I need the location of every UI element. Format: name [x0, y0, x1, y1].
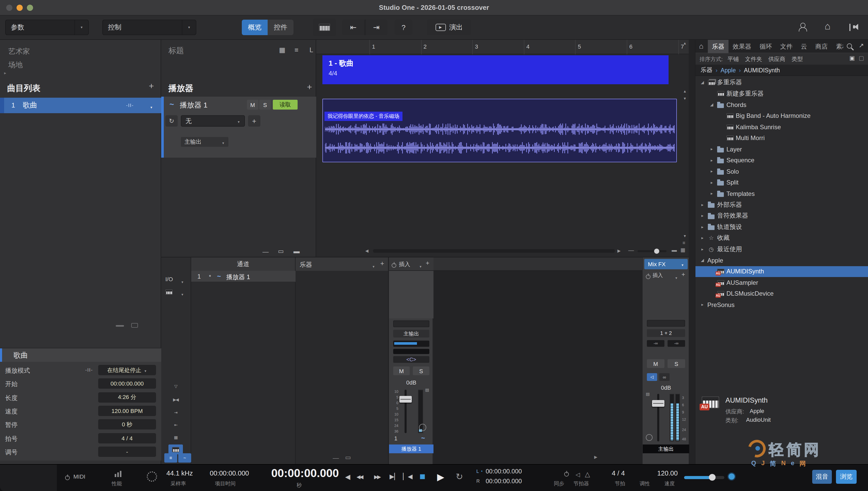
output-selector[interactable]: 主输出: [393, 330, 429, 338]
breadcrumb-item[interactable]: 乐器: [700, 66, 713, 74]
wave-view-tab[interactable]: ~: [178, 453, 191, 463]
scroll-right-icon[interactable]: ▶: [618, 249, 621, 253]
loop-start-time[interactable]: 00:00:00.000: [486, 468, 522, 475]
title-placeholder[interactable]: 标题: [169, 46, 184, 56]
keyboard-panel-button[interactable]: [313, 19, 336, 36]
expand-icon[interactable]: ▸: [698, 302, 706, 307]
mute-button[interactable]: M: [647, 359, 664, 368]
browser-tab[interactable]: 效果器: [728, 40, 755, 53]
scroll-up-icon[interactable]: ▲: [683, 41, 687, 45]
panel-resize-handle[interactable]: [131, 323, 138, 328]
meter-options-icon[interactable]: ▤: [646, 392, 650, 397]
expand-icon[interactable]: ▸: [698, 225, 706, 229]
expand-icon[interactable]: ▸: [708, 158, 716, 163]
jump-to-end-button[interactable]: ⇥: [365, 20, 388, 35]
tab-overview[interactable]: 概览: [242, 20, 268, 35]
meter-value[interactable]: 4 / 4: [612, 469, 625, 477]
tab-controls[interactable]: 控件: [268, 20, 294, 35]
power-icon[interactable]: [392, 263, 396, 268]
chevron-down-icon[interactable]: [419, 262, 422, 269]
zoom-slider[interactable]: [637, 250, 666, 252]
keyboard-icon[interactable]: [165, 289, 173, 295]
performance-meter-icon[interactable]: [115, 471, 121, 477]
tree-item[interactable]: ▸Layer: [695, 144, 868, 155]
track-options-icon[interactable]: ≡: [683, 240, 685, 246]
meter-options-icon[interactable]: ▤: [425, 387, 429, 392]
zoom-preset-outline-icon[interactable]: ▭: [278, 248, 284, 255]
play-button[interactable]: ▶: [437, 471, 444, 483]
preset-dropdown[interactable]: 无: [181, 115, 245, 126]
timeline-ruler[interactable]: 1234567: [316, 40, 689, 54]
volume-fader-handle[interactable]: [399, 396, 412, 403]
view-outline-icon[interactable]: ▢: [859, 55, 864, 61]
property-value[interactable]: 4 / 4: [98, 433, 156, 443]
keyboard-icon[interactable]: [169, 444, 183, 454]
tree-item[interactable]: ◢Chords: [695, 99, 868, 110]
volume-knob[interactable]: [709, 474, 716, 481]
collapse-icon[interactable]: ▶◀: [169, 395, 183, 405]
gain-readout-box[interactable]: [393, 320, 429, 327]
tree-item[interactable]: ◢Apple: [695, 255, 868, 266]
zoom-slider-knob[interactable]: [654, 249, 659, 254]
player-card[interactable]: ~ 播放器 1 M S 读取 ↻ 无 + 主输出: [161, 97, 316, 157]
expand-icon[interactable]: ▸: [698, 236, 706, 240]
browser-tab[interactable]: 素材: [832, 40, 843, 53]
scrollbar-handle-icon[interactable]: —: [333, 454, 339, 462]
add-instrument-icon[interactable]: +: [380, 259, 384, 267]
zoom-preset-filled-icon[interactable]: ▬: [294, 248, 300, 255]
output-dropdown[interactable]: 主输出: [181, 137, 228, 147]
sort-option[interactable]: 供应商: [768, 55, 785, 63]
venue-field[interactable]: 场地: [8, 60, 23, 70]
cue-indicator[interactable]: [393, 341, 429, 347]
chevron-down-icon[interactable]: [675, 273, 678, 281]
popout-icon[interactable]: ↗: [859, 42, 864, 49]
loop-button[interactable]: ↻: [456, 471, 463, 482]
browser-tab[interactable]: 云: [797, 40, 811, 53]
timestretch-icon[interactable]: ▽: [169, 381, 183, 391]
expand-icon[interactable]: ▸: [708, 192, 716, 196]
tree-item[interactable]: ▸PreSonus: [695, 299, 868, 310]
breadcrumb-item[interactable]: Apple: [720, 67, 736, 73]
collapse-icon[interactable]: ◢: [708, 103, 716, 107]
rewind-button[interactable]: ◀◀: [357, 474, 362, 480]
browser-tab[interactable]: 乐器: [708, 40, 728, 53]
lock-letter-icon[interactable]: L: [309, 46, 313, 54]
mute-button[interactable]: M: [247, 100, 258, 110]
scroll-down-icon[interactable]: ▼: [683, 234, 687, 238]
sort-option[interactable]: 平铺: [727, 55, 739, 63]
prev-marker-button[interactable]: ◀: [345, 473, 350, 481]
stop-button[interactable]: ■: [420, 471, 425, 482]
tree-item[interactable]: Big Band - Auto Harmonize: [695, 110, 868, 121]
grid-view-icon[interactable]: ▦: [279, 46, 286, 54]
pan-control[interactable]: <C>: [393, 356, 429, 363]
next-marker-button[interactable]: ▶▏: [390, 473, 399, 480]
search-icon[interactable]: [847, 44, 852, 49]
expand-icon[interactable]: ▸: [708, 147, 716, 152]
expand-icon[interactable]: ▸: [698, 247, 706, 252]
reload-preset-button[interactable]: ↻: [165, 115, 178, 126]
return-to-zero-button[interactable]: ▏◀: [403, 473, 413, 480]
browse-view-button[interactable]: 浏览: [836, 470, 857, 484]
mixfx-dropdown[interactable]: Mix FX: [644, 259, 688, 269]
control-dropdown[interactable]: 控制: [102, 20, 196, 35]
tree-item[interactable]: ▸☆收藏: [695, 233, 868, 244]
property-value[interactable]: 0 秒: [98, 419, 156, 430]
tree-item[interactable]: ▸音符效果器: [695, 210, 868, 222]
tree-item[interactable]: ▸轨道预设: [695, 222, 868, 233]
insert-slots[interactable]: [389, 271, 433, 318]
solo-button[interactable]: S: [259, 100, 271, 110]
output-route[interactable]: 1 + 2: [647, 329, 685, 337]
browser-tab[interactable]: 商店: [811, 40, 832, 53]
strip-name-bar[interactable]: 播放器 1: [389, 444, 433, 453]
fast-forward-button[interactable]: ▶▶: [374, 474, 380, 480]
property-value[interactable]: 在结尾处停止: [98, 365, 156, 375]
collapse-icon[interactable]: ◢: [698, 258, 706, 263]
add-preset-button[interactable]: +: [248, 115, 260, 126]
scroll-down-icon[interactable]: ▼: [683, 97, 687, 100]
user-account-button[interactable]: [799, 23, 806, 31]
sort-option[interactable]: 文件夹: [745, 55, 762, 63]
zoom-grid-icon[interactable]: ▦: [681, 247, 685, 253]
chevron-down-icon[interactable]: [181, 290, 184, 297]
mix-view-button[interactable]: 混音: [812, 470, 832, 484]
record-dot-icon[interactable]: ●: [209, 273, 211, 278]
